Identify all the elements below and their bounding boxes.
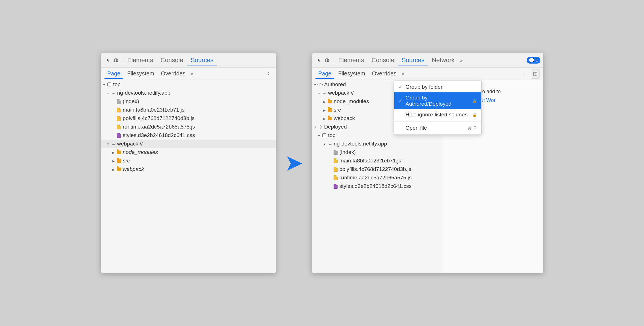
device-icon[interactable]: [112, 56, 120, 64]
js-icon-polyfills: [116, 116, 121, 121]
sub-tab-overrides[interactable]: Overrides: [158, 69, 188, 79]
lock-icon-authored: 🔒: [472, 99, 477, 103]
tab-console[interactable]: Console: [157, 55, 187, 66]
r-tab-console[interactable]: Console: [368, 55, 398, 66]
ctx-label-group-folder: Group by folder: [406, 84, 477, 90]
arrow-webpack-folder: [112, 167, 116, 171]
label-node-modules: node_modules: [123, 149, 158, 155]
ctx-hide-ignore[interactable]: Hide ignore-listed sources 🔒: [394, 109, 481, 120]
r-arrow-netlify: [323, 142, 327, 146]
r-css-styles: [333, 184, 338, 189]
sub-tab-page[interactable]: Page: [105, 69, 123, 79]
tree-item-index[interactable]: (index): [101, 97, 276, 106]
r-sub-tab-filesystem[interactable]: Filesystem: [335, 69, 368, 79]
r-tree-styles[interactable]: styles.d3e2b24618d2c641.css: [312, 182, 442, 190]
r-cloud-icon: ☁: [322, 90, 327, 95]
svg-rect-2: [108, 83, 111, 86]
r-sub-tab-page[interactable]: Page: [316, 69, 334, 79]
label-deployed: Deployed: [324, 124, 347, 130]
ctx-group-authored-deployed[interactable]: ✓ Group by Authored/Deployed 🔒: [394, 92, 481, 109]
tree-item-netlify[interactable]: ☁ ng-devtools.netlify.app: [101, 89, 276, 97]
label-src: src: [123, 158, 130, 164]
ctx-separator: [394, 121, 481, 121]
r-tab-network[interactable]: Network: [428, 55, 458, 66]
context-menu-box: ✓ Group by folder ✓ Group by Authored/De…: [394, 80, 482, 135]
r-label-node: node_modules: [334, 98, 369, 105]
js-icon-runtime: [116, 124, 121, 129]
arrow-src: [112, 159, 116, 163]
r-toolbar-separator: [333, 56, 333, 64]
r-arrow-webpack: [318, 91, 322, 95]
sub-menu-button[interactable]: ⋮: [265, 70, 272, 78]
r-tree-main[interactable]: main.fa8bfa0e23f1eb71.js: [312, 157, 442, 165]
left-tree-area: top ☁ ng-devtools.netlify.app (index) ma…: [101, 80, 276, 273]
r-label-netlify: ng-devtools.netlify.app: [334, 141, 387, 147]
r-arrow-webpack-f: [323, 116, 327, 121]
r-more-tabs[interactable]: »: [458, 57, 464, 64]
tree-item-webpack-folder[interactable]: webpack: [101, 165, 276, 173]
toolbar-separator: [122, 56, 122, 64]
sub-tab-filesystem[interactable]: Filesystem: [124, 69, 157, 79]
r-square-top: [322, 133, 327, 138]
r-tree-index[interactable]: (index): [312, 148, 442, 157]
r-tree-polyfills[interactable]: polyfills.4c768d7122740d3b.js: [312, 165, 442, 173]
tab-sources[interactable]: Sources: [187, 55, 217, 66]
r-device-icon[interactable]: [323, 56, 331, 64]
ctx-label-hide-ignore: Hide ignore-listed sources: [406, 112, 470, 118]
cloud-icon-webpack: ☁: [111, 141, 116, 146]
svg-rect-5: [534, 72, 537, 76]
code-icon-authored: </>: [318, 82, 323, 87]
sub-more-icon[interactable]: »: [190, 71, 195, 77]
panel-toggle-button[interactable]: [531, 69, 540, 79]
left-toolbar: Elements Console Sources: [101, 53, 276, 68]
r-label-top: top: [328, 132, 336, 138]
r-tree-runtime[interactable]: runtime.aa2dc5a72b65a575.js: [312, 173, 442, 182]
main-container: Elements Console Sources Page Filesystem…: [101, 53, 543, 273]
tree-item-webpack[interactable]: ☁ webpack://: [101, 140, 276, 148]
tree-item-main[interactable]: main.fa8bfa0e23f1eb71.js: [101, 106, 276, 114]
r-sub-menu-button[interactable]: ⋮: [519, 70, 527, 78]
tree-item-top[interactable]: top: [101, 80, 276, 89]
label-netlify: ng-devtools.netlify.app: [117, 90, 171, 96]
tree-item-src[interactable]: src: [101, 157, 276, 165]
label-runtime: runtime.aa2dc5a72b65a575.js: [123, 124, 195, 130]
r-sub-tab-overrides[interactable]: Overrides: [369, 69, 399, 79]
r-label-styles: styles.d3e2b24618d2c641.css: [340, 183, 412, 189]
r-sub-more-icon[interactable]: »: [401, 71, 406, 77]
r-label-main: main.fa8bfa0e23f1eb71.js: [340, 158, 401, 164]
label-index: (index): [123, 98, 139, 105]
r-js-main: [333, 158, 338, 163]
tree-item-node-modules[interactable]: node_modules: [101, 148, 276, 157]
r-label-webpack: webpack://: [328, 90, 354, 96]
label-styles: styles.d3e2b24618d2c641.css: [123, 132, 195, 138]
shortcut-open-file: ⌘ P: [467, 125, 477, 131]
right-toolbar: Elements Console Sources Network » 💬 1: [312, 53, 543, 68]
r-cursor-icon[interactable]: [315, 56, 323, 64]
direction-arrow: ➤: [284, 152, 303, 174]
page-icon: [116, 99, 121, 104]
ctx-group-by-folder[interactable]: ✓ Group by folder: [394, 82, 481, 92]
arrow-top: [103, 82, 107, 87]
r-tab-elements[interactable]: Elements: [335, 55, 368, 66]
tree-item-runtime[interactable]: runtime.aa2dc5a72b65a575.js: [101, 123, 276, 131]
right-devtools-panel: Elements Console Sources Network » 💬 1 P…: [312, 53, 543, 273]
right-sub-toolbar: Page Filesystem Overrides » ⋮ ✓: [312, 68, 543, 80]
r-tree-netlify[interactable]: ☁ ng-devtools.netlify.app: [312, 140, 442, 148]
tree-item-styles[interactable]: styles.d3e2b24618d2c641.css: [101, 131, 276, 140]
left-devtools-panel: Elements Console Sources Page Filesystem…: [101, 53, 276, 273]
r-tab-sources[interactable]: Sources: [398, 55, 428, 66]
r-side-button[interactable]: [531, 69, 540, 79]
ctx-open-file[interactable]: Open file ⌘ P: [394, 123, 481, 133]
r-arrow-node: [323, 99, 327, 104]
cursor-icon[interactable]: [104, 56, 112, 64]
tree-item-polyfills[interactable]: polyfills.4c768d7122740d3b.js: [101, 114, 276, 123]
r-arrow-top: [318, 133, 322, 138]
tab-elements[interactable]: Elements: [124, 55, 157, 66]
r-label-index: (index): [340, 149, 356, 155]
r-folder-src: [327, 107, 332, 112]
r-label-polyfills: polyfills.4c768d7122740d3b.js: [340, 166, 412, 172]
label-webpack: webpack://: [117, 141, 143, 147]
r-page-icon: [333, 150, 338, 155]
left-sub-toolbar: Page Filesystem Overrides » ⋮: [101, 68, 276, 80]
label-webpack-folder: webpack: [123, 166, 144, 172]
